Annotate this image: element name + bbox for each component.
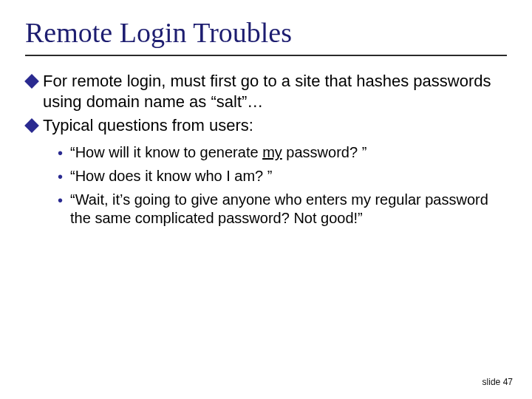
title-divider (25, 55, 507, 56)
sub-bullet-text: “How will it know to generate my passwor… (70, 143, 507, 163)
bullet-level2: • “How does it know who I am? ” (58, 167, 507, 186)
bullet-level2: • “How will it know to generate my passw… (58, 143, 507, 163)
diamond-bullet-icon (24, 118, 39, 133)
sub-bullet-list: • “How will it know to generate my passw… (58, 143, 507, 228)
bullet-text: For remote login, must first go to a sit… (43, 71, 507, 112)
round-bullet-icon: • (58, 145, 63, 161)
slide-number: 47 (503, 377, 513, 387)
round-bullet-icon: • (58, 192, 63, 208)
sub-text-pre: “How will it know to generate (70, 144, 262, 160)
sub-bullet-text: “Wait, it’s going to give anyone who ent… (70, 191, 507, 228)
bullet-text: Typical questions from users: (43, 115, 507, 136)
bullet-level2: • “Wait, it’s going to give anyone who e… (58, 191, 507, 228)
diamond-bullet-icon (24, 74, 39, 89)
slide-body: For remote login, must first go to a sit… (25, 71, 507, 228)
slide-footer: slide 47 (482, 377, 513, 387)
slide-title: Remote Login Troubles (25, 16, 507, 49)
sub-text-post: password? ” (282, 144, 367, 160)
bullet-level1: Typical questions from users: (25, 115, 507, 136)
round-bullet-icon: • (58, 168, 63, 185)
bullet-level1: For remote login, must first go to a sit… (25, 71, 507, 112)
slide: Remote Login Troubles For remote login, … (0, 0, 532, 399)
underlined-word: my (262, 144, 282, 160)
sub-bullet-text: “How does it know who I am? ” (70, 167, 507, 186)
footer-label: slide (482, 377, 501, 387)
